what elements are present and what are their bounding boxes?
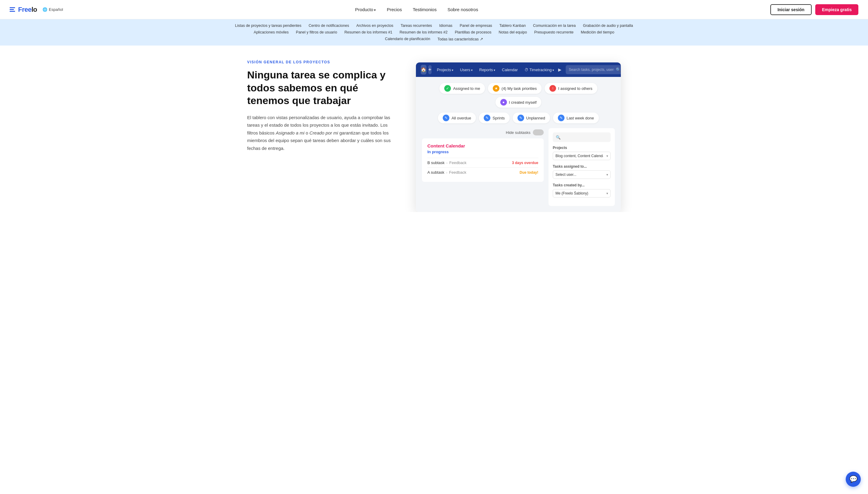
task-status-overdue: 3 days overdue <box>512 161 538 165</box>
feature-link[interactable]: Idiomas <box>439 23 452 28</box>
tasks-assigned-select[interactable]: Select user... <box>553 170 611 179</box>
app-nav-calendar[interactable]: Calendar <box>499 66 520 73</box>
nav-producto[interactable]: Producto <box>355 7 376 12</box>
sidebar-search[interactable]: 🔍 <box>553 132 611 142</box>
filter-sprints[interactable]: ✎ Sprints <box>479 113 509 124</box>
feature-link[interactable]: Resumen de los informes #2 <box>400 30 448 34</box>
app-nav-timetracking[interactable]: ⏱ Timetracking <box>522 66 556 73</box>
feature-link[interactable]: Panel de empresas <box>460 23 492 28</box>
assigned-to-me-icon: ✓ <box>444 85 451 92</box>
add-button[interactable]: + <box>428 65 432 74</box>
logo-text: Freelo <box>18 6 37 14</box>
feature-link[interactable]: Listas de proyectos y tareas pendientes <box>235 23 301 28</box>
top-nav: Freelo 🌐 Español Producto Precios Testim… <box>0 0 868 19</box>
filter-last-week-done[interactable]: ✎ Last week done <box>553 113 599 124</box>
tasks-created-select[interactable]: Me (Freelo Šablony) <box>553 189 611 197</box>
projects-label: Projects <box>553 146 611 150</box>
sidebar-search-icon: 🔍 <box>556 135 560 140</box>
feature-link[interactable]: Calendario de planificación <box>385 37 430 41</box>
task-list: Hide subtasks Content Calendar In progre… <box>422 128 544 206</box>
nav-testimonios[interactable]: Testimonios <box>413 7 436 12</box>
hero-section: VISIÓN GENERAL DE LOS PROYECTOS Ninguna … <box>223 45 645 212</box>
logo-icon <box>9 7 15 12</box>
hide-subtasks-row: Hide subtasks <box>422 128 544 138</box>
hero-title: Ninguna tarea se complica y todos sabemo… <box>247 69 398 107</box>
feature-link[interactable]: Comunicación en la tarea <box>533 23 576 28</box>
filter-task-priorities[interactable]: ★ (4) My task priorities <box>488 83 541 94</box>
globe-icon: 🌐 <box>42 7 47 12</box>
feature-link[interactable]: Notas del equipo <box>499 30 527 34</box>
filter-buttons-row2: ✎ All overdue ✎ Sprints ✎ Unplanned ✎ La… <box>416 113 621 128</box>
feature-nav-row2: Aplicaciones móviles Panel y filtros de … <box>0 29 868 36</box>
sprints-icon: ✎ <box>484 115 490 121</box>
last-week-icon: ✎ <box>558 115 565 121</box>
project-title: Content Calendar <box>427 143 538 148</box>
table-row: B subtask › Feedback 3 days overdue <box>427 158 538 167</box>
signup-button[interactable]: Empieza gratis <box>815 4 859 15</box>
feature-link[interactable]: Plantillas de procesos <box>455 30 492 34</box>
filter-assigned-to-others[interactable]: ↑ I assigned to others <box>545 83 597 94</box>
play-icon[interactable]: ▶ <box>558 67 561 72</box>
nav-nosotros[interactable]: Sobre nosotros <box>448 7 478 12</box>
filter-unplanned[interactable]: ✎ Unplanned <box>513 113 550 124</box>
language-button[interactable]: 🌐 Español <box>42 7 63 12</box>
assigned-to-others-icon: ↑ <box>549 85 556 92</box>
nav-center: Producto Precios Testimonios Sobre nosot… <box>355 7 478 12</box>
tasks-created-select-wrap[interactable]: Me (Freelo Šablony) <box>553 189 611 197</box>
filter-label: I created myself <box>509 100 537 104</box>
filter-label: All overdue <box>452 116 471 120</box>
filter-assigned-to-me[interactable]: ✓ Assigned to me <box>439 83 485 94</box>
feature-link-all[interactable]: Todas las características ↗ <box>437 37 483 41</box>
app-nav-projects[interactable]: Projects <box>435 66 456 73</box>
task-arrow-icon: › <box>446 161 448 165</box>
filter-label: I assigned to others <box>558 86 592 91</box>
task-status-today: Due today! <box>519 170 538 175</box>
created-myself-icon: ● <box>500 99 507 106</box>
feature-link[interactable]: Presupuesto recurrente <box>534 30 574 34</box>
filter-label: Last week done <box>567 116 594 120</box>
task-info: A subtask › Feedback <box>427 170 466 175</box>
task-tag: Feedback <box>449 170 466 175</box>
filter-buttons: ✓ Assigned to me ★ (4) My task prioritie… <box>416 83 621 113</box>
nav-right: Iniciar sesión Empieza gratis <box>770 4 859 15</box>
feature-link[interactable]: Archivos en proyectos <box>356 23 393 28</box>
app-search[interactable]: 🔍 <box>566 65 621 74</box>
table-row: A subtask › Feedback Due today! <box>427 167 538 177</box>
feature-nav-row1: Listas de proyectos y tareas pendientes … <box>0 22 868 29</box>
nav-precios[interactable]: Precios <box>387 7 402 12</box>
projects-select[interactable]: Blog content, Content Calendar <box>553 152 611 160</box>
logo[interactable]: Freelo <box>9 6 37 14</box>
logo-area: Freelo 🌐 Español <box>9 6 63 14</box>
tasks-assigned-select-wrap[interactable]: Select user... <box>553 170 611 179</box>
feature-link[interactable]: Tareas recurrentes <box>400 23 432 28</box>
task-name: B subtask <box>427 160 445 165</box>
app-nav-reports[interactable]: Reports <box>477 66 498 73</box>
hero-desc-em2: Creado por mi <box>310 130 338 135</box>
task-tag: Feedback <box>449 160 467 165</box>
app-content: ✓ Assigned to me ★ (4) My task prioritie… <box>416 77 621 212</box>
app-nav-users[interactable]: Users <box>457 66 475 73</box>
feature-link[interactable]: Resumen de los informes #1 <box>344 30 392 34</box>
feature-link[interactable]: Aplicaciones móviles <box>254 30 289 34</box>
search-input[interactable] <box>569 68 614 72</box>
feature-link[interactable]: Grabación de audio y pantalla <box>583 23 633 28</box>
hide-subtasks-toggle[interactable] <box>533 129 544 135</box>
feature-link[interactable]: Medición del tiempo <box>581 30 614 34</box>
projects-select-wrap[interactable]: Blog content, Content Calendar <box>553 152 611 160</box>
login-button[interactable]: Iniciar sesión <box>770 4 812 15</box>
filter-label: Unplanned <box>526 116 545 120</box>
tasks-created-label: Tasks created by... <box>553 183 611 187</box>
feature-nav: Listas de proyectos y tareas pendientes … <box>0 19 868 45</box>
filter-created-myself[interactable]: ● I created myself <box>495 97 541 108</box>
feature-link[interactable]: Tablero Kanban <box>499 23 526 28</box>
feature-link[interactable]: Panel y filtros de usuario <box>296 30 337 34</box>
task-info: B subtask › Feedback <box>427 160 467 165</box>
hero-desc: El tablero con vistas personalizadas de … <box>247 114 398 152</box>
filter-all-overdue[interactable]: ✎ All overdue <box>438 113 476 124</box>
home-icon[interactable]: 🏠 <box>421 65 427 75</box>
app-screenshot: 🏠 + Projects Users Reports Calendar ⏱ Ti… <box>416 62 621 212</box>
feature-link[interactable]: Centro de notificaciones <box>309 23 349 28</box>
app-main: Hide subtasks Content Calendar In progre… <box>416 128 621 212</box>
hero-label: VISIÓN GENERAL DE LOS PROYECTOS <box>247 60 398 64</box>
feature-nav-row3: Calendario de planificación Todas las ca… <box>0 36 868 42</box>
